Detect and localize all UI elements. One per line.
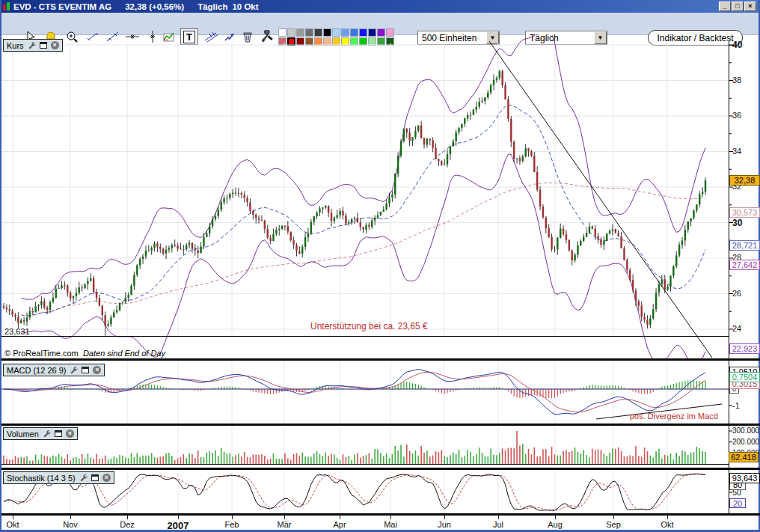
low-marker-label: 23,631: [4, 327, 30, 336]
month-tick: [70, 516, 71, 519]
ma-mid-value-box: 28,721: [729, 240, 760, 251]
month-tick: [127, 516, 128, 519]
maximize-icon[interactable]: [82, 367, 89, 373]
month-tick: [13, 516, 13, 519]
month-label-Apr: Apr: [323, 520, 356, 529]
price-tick-40: 40: [732, 40, 742, 50]
kurs-panel-header: Kurs ×: [3, 39, 63, 52]
price-tick-36: 36: [732, 111, 741, 120]
stoch-20-box: 20: [729, 498, 746, 508]
month-tick: [284, 516, 285, 519]
support-annotation[interactable]: Unterstützung bei ca. 23,65 €: [310, 321, 428, 331]
month-label-Mai: Mai: [374, 520, 407, 529]
macd-divergence-annotation[interactable]: pos. Divergenz im Macd: [630, 412, 718, 421]
macd-minus1-label: -1: [732, 401, 740, 410]
close-panel-icon[interactable]: ×: [66, 429, 74, 438]
price-tick-24: 24: [732, 324, 741, 333]
ma-long-value-box: 30,573: [729, 207, 760, 218]
stochastik-panel-header: Stochastik (14 3 5) ×: [3, 471, 114, 484]
macd-panel-title: MACD (12 26 9): [7, 366, 66, 375]
month-label-Sep: Sep: [597, 520, 630, 529]
band-value-box: 27,642: [729, 260, 760, 270]
restore-icon[interactable]: □: [732, 1, 744, 11]
maximize-icon[interactable]: [91, 474, 99, 481]
month-label-Nov: Nov: [54, 520, 87, 529]
month-label-Mär: Mär: [268, 520, 301, 529]
month-label-Okt: Okt: [651, 520, 684, 529]
price-tick-34: 34: [732, 147, 741, 156]
maximize-icon[interactable]: [55, 430, 62, 437]
month-label-Dez: Dez: [111, 520, 144, 529]
month-tick: [340, 516, 340, 519]
price-tick-38: 38: [732, 76, 741, 85]
band-lower-value-box: 22,923: [729, 343, 760, 354]
copyright-note: © ProRealTime.com Daten sind End of Day: [4, 349, 165, 358]
kurs-chart-canvas[interactable]: [1, 35, 760, 358]
month-tick: [498, 516, 499, 519]
close-icon[interactable]: ×: [744, 1, 756, 11]
minimize-icon[interactable]: _: [719, 1, 731, 11]
wrench-icon[interactable]: [70, 366, 78, 374]
month-tick: [232, 516, 233, 519]
vol-value-box: 62.418: [729, 452, 759, 462]
panel-separator[interactable]: [1, 468, 760, 470]
volumen-panel-title: Volumen: [7, 429, 39, 438]
month-label-Jun: Jun: [428, 520, 461, 529]
price-tick-30: 30: [732, 218, 742, 228]
title-symbol: EVD - CTS EVENTIM AG: [13, 2, 111, 11]
close-panel-icon[interactable]: ×: [102, 474, 111, 482]
kurs-panel-title: Kurs: [7, 41, 24, 50]
maximize-icon[interactable]: [40, 42, 47, 49]
wrench-icon[interactable]: [28, 41, 36, 49]
month-tick: [178, 516, 179, 519]
month-tick: [613, 516, 614, 519]
wrench-icon[interactable]: [79, 474, 88, 482]
stochastik-panel-title: Stochastik (14 3 5): [7, 474, 76, 483]
month-label-Okt: Okt: [0, 520, 29, 529]
title-quote: 32,38 (+0,56%): [125, 2, 184, 11]
stochastic-chart-canvas[interactable]: [1, 470, 760, 513]
month-tick: [555, 516, 556, 519]
title-bar: EVD - CTS EVENTIM AG 32,38 (+0,56%) Tägl…: [1, 0, 759, 13]
month-label-Aug: Aug: [539, 520, 571, 529]
toolbar: T 500 Einheiten ▼ Täglich ▼ Indikator / …: [1, 13, 759, 35]
close-panel-icon[interactable]: ×: [51, 41, 59, 49]
volume-chart-canvas[interactable]: [1, 426, 760, 468]
month-tick: [444, 516, 445, 519]
panel-separator[interactable]: [1, 424, 760, 426]
volumen-panel-header: Volumen ×: [3, 427, 78, 440]
month-tick: [667, 516, 668, 519]
stoch-value-box: 93,643: [729, 473, 760, 483]
title-date: 10 Okt: [232, 2, 258, 11]
vol-tick-300k: 300.000: [732, 426, 759, 435]
vol-tick-200k: 200.000: [732, 438, 759, 446]
month-tick: [390, 516, 391, 519]
price-tick-26: 26: [732, 289, 741, 298]
macd-hist-box: 0,7504: [729, 372, 760, 382]
macd-panel-header: MACD (12 26 9) ×: [3, 364, 105, 376]
month-label-Jul: Jul: [482, 520, 515, 529]
app-window: EVD - CTS EVENTIM AG 32,38 (+0,56%) Tägl…: [0, 0, 760, 532]
panel-separator[interactable]: [1, 513, 760, 516]
app-candle-icon: [3, 2, 10, 10]
close-panel-icon[interactable]: ×: [93, 366, 101, 374]
wrench-icon[interactable]: [43, 429, 51, 438]
month-label-Feb: Feb: [215, 520, 248, 529]
panel-separator[interactable]: [1, 358, 760, 361]
title-period: Täglich: [197, 2, 227, 11]
last-price-box: 32,38: [729, 175, 760, 186]
